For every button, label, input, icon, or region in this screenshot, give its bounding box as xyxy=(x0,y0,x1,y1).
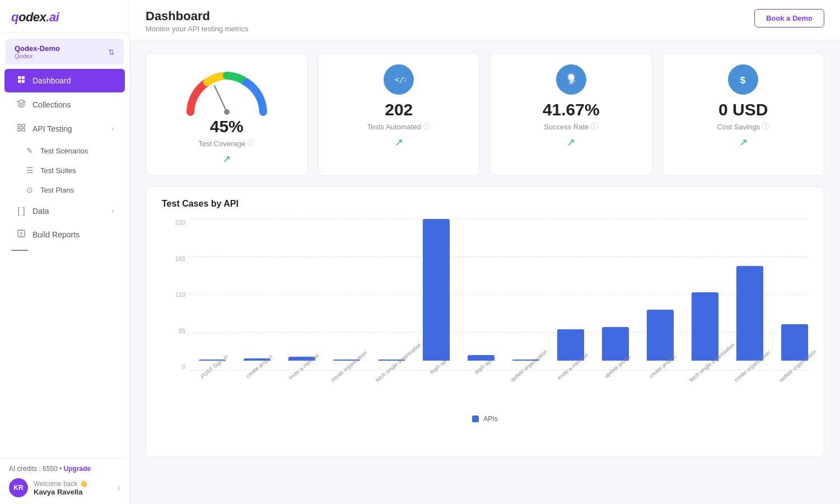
api-testing-icon xyxy=(16,123,27,134)
metric-label-success-rate: Success Rate ⓘ xyxy=(544,122,598,132)
sidebar-item-test-plans[interactable]: ⊙ Test Plans xyxy=(4,180,125,199)
bar[interactable] xyxy=(736,266,763,361)
success-rate-info-icon[interactable]: ⓘ xyxy=(591,122,598,132)
bar[interactable] xyxy=(692,292,718,361)
svg-point-14 xyxy=(224,109,230,115)
workspace-sub: Qodex xyxy=(15,53,60,59)
upgrade-link[interactable]: Upgrade xyxy=(64,465,91,473)
bar-group: create organisation xyxy=(324,219,369,370)
dashboard-icon xyxy=(16,75,27,86)
bar-group: invite a member xyxy=(279,219,324,370)
user-profile-row[interactable]: KR Welcome back 👋 Kavya Ravella › xyxy=(9,478,120,497)
sidebar-item-label-test-plans: Test Plans xyxy=(40,186,74,194)
bar-group: create project xyxy=(638,219,683,370)
book-demo-button[interactable]: Book a Demo xyxy=(754,9,824,27)
svg-rect-6 xyxy=(22,124,25,127)
bars-row: POST Sign_increate projectinvite a membe… xyxy=(190,219,808,370)
logo-area: qodex.ai xyxy=(0,0,129,33)
y-label-55: 55 xyxy=(162,328,190,334)
legend-color-apis xyxy=(472,416,479,422)
chart-bars-area: POST Sign_increate projectinvite a membe… xyxy=(190,219,808,370)
bar-label: create project xyxy=(240,349,278,383)
sidebar-footer: AI credits : 6550 • Upgrade KR Welcome b… xyxy=(0,458,129,504)
bar-group: update organisation xyxy=(503,219,548,370)
sidebar-item-api-testing[interactable]: API Testing › xyxy=(4,117,125,141)
bar-group: update organisation xyxy=(772,219,817,370)
tests-automated-info-icon[interactable]: ⓘ xyxy=(423,122,431,132)
svg-marker-4 xyxy=(17,100,25,104)
metric-label-cost-savings: Cost Savings ⓘ xyxy=(717,122,769,132)
workspace-chevron-icon: ⇅ xyxy=(108,48,115,57)
metric-value-success-rate: 41.67% xyxy=(543,100,600,119)
user-info: Welcome back 👋 Kavya Ravella xyxy=(34,480,112,496)
sidebar-item-label-dashboard: Dashboard xyxy=(32,76,114,85)
sidebar-item-label-build-reports: Build Reports xyxy=(32,230,114,239)
cost-savings-trend: ↗ xyxy=(739,136,748,148)
chart-legend: APIs xyxy=(162,415,808,423)
sidebar-item-label-collections: Collections xyxy=(32,100,114,109)
success-rate-icon-circle: ⚗ xyxy=(556,64,586,95)
sidebar-item-test-scenarios[interactable]: ✎ Test Scenarios xyxy=(4,141,125,160)
sidebar-item-label-test-scenarios: Test Scenarios xyxy=(40,147,88,155)
svg-text:</>: </> xyxy=(395,75,407,84)
build-reports-icon xyxy=(16,229,27,240)
sidebar-item-collections[interactable]: Collections xyxy=(4,93,125,116)
api-testing-chevron-icon: › xyxy=(111,125,114,133)
test-coverage-info-icon[interactable]: ⓘ xyxy=(248,138,255,148)
sidebar-item-dashboard[interactable]: Dashboard xyxy=(4,69,125,92)
tests-automated-icon-circle: </> xyxy=(384,64,414,95)
bar[interactable] xyxy=(647,310,674,361)
svg-text:$: $ xyxy=(740,74,746,86)
avatar: KR xyxy=(9,478,28,497)
metrics-row: 45% Test Coverage ⓘ ↗ </> 202 Tests Auto… xyxy=(130,40,840,186)
bar-group: fetch single organisation xyxy=(369,219,414,370)
gauge-chart xyxy=(182,64,272,115)
sidebar-item-data[interactable]: [ ] Data › xyxy=(4,200,125,222)
user-name: Kavya Ravella xyxy=(34,488,112,496)
page-title: Dashboard xyxy=(146,9,249,24)
test-scenarios-icon: ✎ xyxy=(25,146,35,155)
sidebar-item-label-data: Data xyxy=(32,207,106,216)
sidebar: qodex.ai Qodex-Demo Qodex ⇅ Dashboard Co… xyxy=(0,0,130,504)
page-subtitle: Monitor your API testing metrics xyxy=(146,25,249,33)
data-chevron-icon: › xyxy=(111,207,114,215)
metric-label-test-coverage: Test Coverage ⓘ xyxy=(198,138,255,148)
workspace-name: Qodex-Demo xyxy=(15,44,60,53)
svg-rect-8 xyxy=(18,128,21,131)
metric-card-tests-automated: </> 202 Tests Automated ⓘ ↗ xyxy=(318,53,480,176)
test-suites-icon: ☰ xyxy=(25,166,35,175)
metric-card-test-coverage: 45% Test Coverage ⓘ ↗ xyxy=(146,53,308,176)
bar-group: POST Sign_in xyxy=(190,219,235,370)
metric-value-cost-savings: 0 USD xyxy=(718,100,768,119)
bar-label: create organisation xyxy=(329,349,367,383)
bar-label: update organisation xyxy=(508,349,547,383)
sidebar-item-test-suites[interactable]: ☰ Test Suites xyxy=(4,161,125,180)
cost-savings-info-icon[interactable]: ⓘ xyxy=(762,122,769,132)
workspace-selector[interactable]: Qodex-Demo Qodex ⇅ xyxy=(6,39,124,65)
svg-rect-3 xyxy=(22,80,25,83)
sidebar-item-label-test-suites: Test Suites xyxy=(40,166,76,175)
y-axis: 0 55 110 165 220 xyxy=(162,219,190,370)
y-label-0: 0 xyxy=(162,363,190,370)
svg-rect-7 xyxy=(22,128,25,131)
bar-label: invite a member xyxy=(284,349,323,383)
y-label-110: 110 xyxy=(162,291,190,298)
svg-rect-0 xyxy=(18,76,21,79)
bar-group: invite a member xyxy=(548,219,593,370)
bar[interactable] xyxy=(423,219,450,361)
tests-automated-trend: ↗ xyxy=(395,136,403,148)
main-content: Dashboard Monitor your API testing metri… xyxy=(130,0,840,504)
main-nav: Dashboard Collections API Testing › ✎ Te… xyxy=(0,68,129,254)
metric-value-test-coverage: 45% xyxy=(210,117,244,136)
y-label-220: 220 xyxy=(162,219,190,226)
bar-group: create project xyxy=(235,219,279,370)
cost-savings-icon-circle: $ xyxy=(728,64,758,95)
bar-group: update profile xyxy=(593,219,638,370)
chart-title: Test Cases by API xyxy=(162,199,808,209)
metric-label-tests-automated: Tests Automated ⓘ xyxy=(367,122,431,132)
nav-separator xyxy=(11,250,118,251)
svg-line-13 xyxy=(214,86,227,112)
page-title-group: Dashboard Monitor your API testing metri… xyxy=(146,9,249,33)
sidebar-item-build-reports[interactable]: Build Reports xyxy=(4,223,125,246)
y-label-165: 165 xyxy=(162,255,190,262)
